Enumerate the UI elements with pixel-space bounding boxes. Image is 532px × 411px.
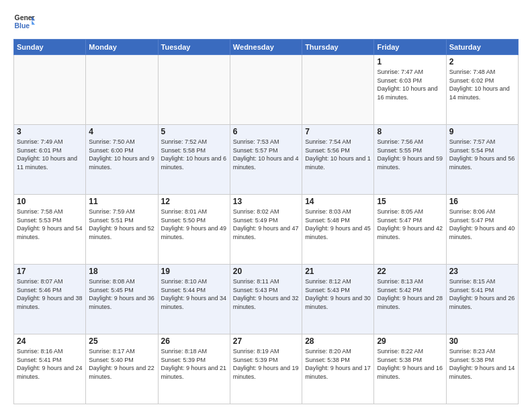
day-info: Sunrise: 8:05 AM Sunset: 5:47 PM Dayligh… <box>377 208 443 241</box>
day-info: Sunrise: 8:20 AM Sunset: 5:38 PM Dayligh… <box>305 347 371 381</box>
day-number: 3 <box>17 127 83 136</box>
day-number: 28 <box>305 336 371 346</box>
calendar-cell: 28Sunrise: 8:20 AM Sunset: 5:38 PM Dayli… <box>302 334 374 404</box>
day-info: Sunrise: 8:07 AM Sunset: 5:46 PM Dayligh… <box>17 277 83 311</box>
weekday-thursday: Thursday <box>302 40 374 55</box>
day-info: Sunrise: 8:12 AM Sunset: 5:43 PM Dayligh… <box>305 277 371 311</box>
day-number: 9 <box>449 127 515 136</box>
day-number: 26 <box>161 336 227 346</box>
day-number: 25 <box>89 336 154 346</box>
calendar-cell: 22Sunrise: 8:13 AM Sunset: 5:42 PM Dayli… <box>374 265 446 334</box>
week-row-2: 3Sunrise: 7:49 AM Sunset: 6:01 PM Daylig… <box>14 125 519 195</box>
day-info: Sunrise: 7:58 AM Sunset: 5:53 PM Dayligh… <box>17 208 83 241</box>
calendar-cell: 9Sunrise: 7:57 AM Sunset: 5:54 PM Daylig… <box>446 125 518 195</box>
day-number: 12 <box>161 197 227 206</box>
day-number: 22 <box>377 267 443 276</box>
calendar-cell <box>158 55 230 125</box>
weekday-tuesday: Tuesday <box>158 40 230 55</box>
day-number: 4 <box>89 127 154 136</box>
svg-text:Blue: Blue <box>15 22 30 30</box>
calendar-cell: 30Sunrise: 8:23 AM Sunset: 5:38 PM Dayli… <box>446 334 518 404</box>
day-info: Sunrise: 8:08 AM Sunset: 5:45 PM Dayligh… <box>89 277 154 311</box>
calendar-cell: 6Sunrise: 7:53 AM Sunset: 5:57 PM Daylig… <box>230 125 302 195</box>
day-info: Sunrise: 7:52 AM Sunset: 5:58 PM Dayligh… <box>161 138 227 171</box>
calendar-cell: 2Sunrise: 7:48 AM Sunset: 6:02 PM Daylig… <box>446 55 518 125</box>
calendar-cell <box>230 55 302 125</box>
day-number: 30 <box>449 336 515 346</box>
day-number: 19 <box>161 267 227 276</box>
day-info: Sunrise: 7:59 AM Sunset: 5:51 PM Dayligh… <box>89 208 154 241</box>
day-info: Sunrise: 7:57 AM Sunset: 5:54 PM Dayligh… <box>449 138 515 171</box>
day-number: 29 <box>377 336 443 346</box>
day-info: Sunrise: 7:47 AM Sunset: 6:03 PM Dayligh… <box>377 68 443 101</box>
day-number: 5 <box>161 127 227 136</box>
calendar-cell: 3Sunrise: 7:49 AM Sunset: 6:01 PM Daylig… <box>14 125 86 195</box>
calendar-cell: 20Sunrise: 8:11 AM Sunset: 5:43 PM Dayli… <box>230 265 302 334</box>
day-number: 7 <box>305 127 371 136</box>
day-info: Sunrise: 8:01 AM Sunset: 5:50 PM Dayligh… <box>161 208 227 241</box>
calendar-cell: 29Sunrise: 8:22 AM Sunset: 5:38 PM Dayli… <box>374 334 446 404</box>
day-number: 17 <box>17 267 83 276</box>
day-info: Sunrise: 7:53 AM Sunset: 5:57 PM Dayligh… <box>233 138 299 171</box>
day-number: 10 <box>17 197 83 206</box>
calendar-cell: 4Sunrise: 7:50 AM Sunset: 6:00 PM Daylig… <box>86 125 158 195</box>
day-number: 6 <box>233 127 299 136</box>
calendar-cell: 25Sunrise: 8:17 AM Sunset: 5:40 PM Dayli… <box>86 334 158 404</box>
weekday-friday: Friday <box>374 40 446 55</box>
day-number: 23 <box>449 267 515 276</box>
weekday-sunday: Sunday <box>14 40 86 55</box>
day-info: Sunrise: 7:54 AM Sunset: 5:56 PM Dayligh… <box>305 138 371 171</box>
calendar-cell: 14Sunrise: 8:03 AM Sunset: 5:48 PM Dayli… <box>302 195 374 265</box>
day-info: Sunrise: 8:18 AM Sunset: 5:39 PM Dayligh… <box>161 347 227 381</box>
calendar-cell: 27Sunrise: 8:19 AM Sunset: 5:39 PM Dayli… <box>230 334 302 404</box>
day-number: 2 <box>449 57 515 66</box>
calendar-cell: 23Sunrise: 8:15 AM Sunset: 5:41 PM Dayli… <box>446 265 518 334</box>
day-number: 1 <box>377 57 443 66</box>
day-number: 14 <box>305 197 371 206</box>
weekday-monday: Monday <box>86 40 158 55</box>
weekday-saturday: Saturday <box>446 40 518 55</box>
day-info: Sunrise: 8:11 AM Sunset: 5:43 PM Dayligh… <box>233 277 299 311</box>
calendar-cell: 24Sunrise: 8:16 AM Sunset: 5:41 PM Dayli… <box>14 334 86 404</box>
weekday-header-row: SundayMondayTuesdayWednesdayThursdayFrid… <box>14 40 519 55</box>
calendar-cell: 15Sunrise: 8:05 AM Sunset: 5:47 PM Dayli… <box>374 195 446 265</box>
day-number: 15 <box>377 197 443 206</box>
calendar-cell: 12Sunrise: 8:01 AM Sunset: 5:50 PM Dayli… <box>158 195 230 265</box>
day-number: 20 <box>233 267 299 276</box>
day-info: Sunrise: 7:50 AM Sunset: 6:00 PM Dayligh… <box>89 138 154 171</box>
calendar-cell: 13Sunrise: 8:02 AM Sunset: 5:49 PM Dayli… <box>230 195 302 265</box>
day-info: Sunrise: 8:03 AM Sunset: 5:48 PM Dayligh… <box>305 208 371 241</box>
calendar-cell: 7Sunrise: 7:54 AM Sunset: 5:56 PM Daylig… <box>302 125 374 195</box>
day-info: Sunrise: 8:13 AM Sunset: 5:42 PM Dayligh… <box>377 277 443 311</box>
day-info: Sunrise: 8:16 AM Sunset: 5:41 PM Dayligh… <box>17 347 83 381</box>
weekday-wednesday: Wednesday <box>230 40 302 55</box>
calendar-cell: 19Sunrise: 8:10 AM Sunset: 5:44 PM Dayli… <box>158 265 230 334</box>
calendar-cell: 8Sunrise: 7:56 AM Sunset: 5:55 PM Daylig… <box>374 125 446 195</box>
day-number: 8 <box>377 127 443 136</box>
day-number: 16 <box>449 197 515 206</box>
calendar-cell: 21Sunrise: 8:12 AM Sunset: 5:43 PM Dayli… <box>302 265 374 334</box>
day-number: 18 <box>89 267 154 276</box>
day-info: Sunrise: 7:48 AM Sunset: 6:02 PM Dayligh… <box>449 68 515 101</box>
day-info: Sunrise: 8:17 AM Sunset: 5:40 PM Dayligh… <box>89 347 154 381</box>
logo-icon: General Blue <box>13 11 35 32</box>
calendar-cell: 18Sunrise: 8:08 AM Sunset: 5:45 PM Dayli… <box>86 265 158 334</box>
calendar-cell: 16Sunrise: 8:06 AM Sunset: 5:47 PM Dayli… <box>446 195 518 265</box>
day-info: Sunrise: 8:22 AM Sunset: 5:38 PM Dayligh… <box>377 347 443 381</box>
day-info: Sunrise: 8:10 AM Sunset: 5:44 PM Dayligh… <box>161 277 227 311</box>
day-info: Sunrise: 7:49 AM Sunset: 6:01 PM Dayligh… <box>17 138 83 171</box>
calendar-cell: 17Sunrise: 8:07 AM Sunset: 5:46 PM Dayli… <box>14 265 86 334</box>
week-row-4: 17Sunrise: 8:07 AM Sunset: 5:46 PM Dayli… <box>14 265 519 334</box>
calendar-cell: 11Sunrise: 7:59 AM Sunset: 5:51 PM Dayli… <box>86 195 158 265</box>
week-row-1: 1Sunrise: 7:47 AM Sunset: 6:03 PM Daylig… <box>14 55 519 125</box>
header: General Blue <box>13 11 519 32</box>
page: General Blue SundayMondayTuesdayWednesda… <box>0 0 532 411</box>
day-info: Sunrise: 7:56 AM Sunset: 5:55 PM Dayligh… <box>377 138 443 171</box>
day-number: 11 <box>89 197 154 206</box>
day-info: Sunrise: 8:02 AM Sunset: 5:49 PM Dayligh… <box>233 208 299 241</box>
day-number: 24 <box>17 336 83 346</box>
calendar-cell <box>14 55 86 125</box>
week-row-5: 24Sunrise: 8:16 AM Sunset: 5:41 PM Dayli… <box>14 334 519 404</box>
day-info: Sunrise: 8:23 AM Sunset: 5:38 PM Dayligh… <box>449 347 515 381</box>
day-info: Sunrise: 8:06 AM Sunset: 5:47 PM Dayligh… <box>449 208 515 241</box>
